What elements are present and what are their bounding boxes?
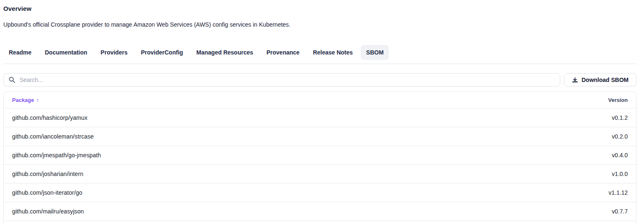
tab-sbom[interactable]: SBOM: [361, 45, 389, 60]
search-box: [3, 73, 560, 87]
package-version: v0.4.0: [612, 152, 628, 159]
tab-providers[interactable]: Providers: [95, 45, 133, 60]
package-name: github.com/josharian/intern: [12, 171, 83, 177]
download-sbom-button[interactable]: Download SBOM: [564, 73, 636, 87]
package-name: github.com/hashicorp/yamux: [12, 114, 88, 121]
package-version: v0.2.0: [612, 133, 628, 140]
sbom-table: Package ↑ Version github.com/hashicorp/y…: [3, 92, 636, 223]
search-icon: [8, 76, 15, 83]
download-sbom-label: Download SBOM: [581, 77, 629, 83]
table-row[interactable]: github.com/iancoleman/strcase v0.2.0: [4, 127, 636, 146]
table-row[interactable]: github.com/jmespath/go-jmespath v0.4.0: [4, 146, 636, 164]
package-name: github.com/iancoleman/strcase: [12, 133, 94, 140]
tab-provenance[interactable]: Provenance: [261, 45, 305, 60]
tab-bar: Readme Documentation Providers ProviderC…: [3, 45, 636, 60]
table-row[interactable]: github.com/mailru/easyjson v0.7.7: [4, 202, 636, 221]
package-version: v1.1.12: [609, 189, 628, 196]
tab-readme[interactable]: Readme: [3, 45, 37, 60]
sort-ascending-icon: ↑: [36, 97, 39, 104]
column-header-package[interactable]: Package ↑: [12, 97, 39, 104]
package-version: v0.7.7: [612, 208, 628, 215]
page-title: Overview: [3, 5, 636, 12]
package-name: github.com/jmespath/go-jmespath: [12, 152, 101, 159]
table-row-partial: [4, 221, 636, 223]
page-content: Overview Upbound's official Crossplane p…: [0, 5, 636, 223]
tab-managed-resources[interactable]: Managed Resources: [191, 45, 258, 60]
table-header-row: Package ↑ Version: [4, 92, 636, 108]
package-name: github.com/json-iterator/go: [12, 189, 82, 196]
tab-documentation[interactable]: Documentation: [39, 45, 93, 60]
tab-providerconfig[interactable]: ProviderConfig: [135, 45, 188, 60]
tab-release-notes[interactable]: Release Notes: [308, 45, 358, 60]
table-row[interactable]: github.com/json-iterator/go v1.1.12: [4, 183, 636, 202]
package-name: github.com/mailru/easyjson: [12, 208, 84, 215]
download-icon: [572, 77, 578, 83]
tab-divider: [3, 64, 636, 64]
page-description: Upbound's official Crossplane provider t…: [3, 21, 636, 28]
column-header-version[interactable]: Version: [608, 97, 628, 103]
table-row[interactable]: github.com/josharian/intern v1.0.0: [4, 164, 636, 183]
table-row[interactable]: github.com/hashicorp/yamux v0.1.2: [4, 108, 636, 127]
package-version: v0.1.2: [612, 114, 628, 121]
sbom-toolbar: Download SBOM: [3, 73, 636, 87]
search-input[interactable]: [3, 73, 560, 87]
column-header-package-label: Package: [12, 97, 34, 103]
package-version: v1.0.0: [612, 171, 628, 177]
